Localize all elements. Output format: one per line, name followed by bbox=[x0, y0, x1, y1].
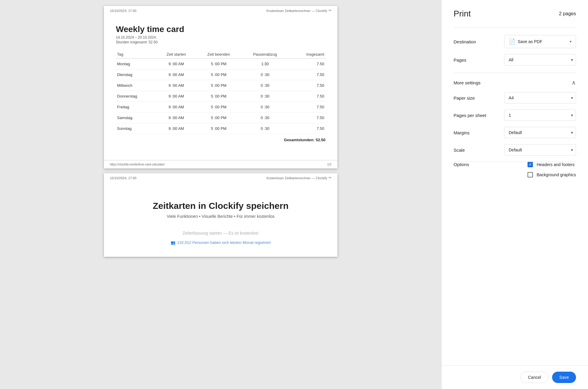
print-title: Print bbox=[454, 9, 471, 19]
col-tag: Tag bbox=[116, 50, 157, 59]
options-checkboxes: ✓ Headers and footers Background graphic… bbox=[528, 162, 576, 177]
preview-area: 15/10/2024, 17:00 Kostenloser Zeitkarten… bbox=[0, 0, 441, 389]
table-row: Dienstag 9 :00 AM 5 :00 PM 0 :30 7.50 bbox=[116, 69, 325, 80]
col-zeit-beenden: Zeit beenden bbox=[196, 50, 242, 59]
more-settings-label: More settings bbox=[454, 80, 481, 85]
row-start: 9 :00 AM bbox=[157, 123, 196, 134]
row-day: Donnerstag bbox=[116, 91, 157, 102]
row-day: Sonntag bbox=[116, 123, 157, 134]
row-start: 9 :00 AM bbox=[157, 91, 196, 102]
print-footer: Cancel Save bbox=[442, 365, 588, 389]
row-end: 5 :00 PM bbox=[196, 80, 242, 91]
save-button[interactable]: Save bbox=[552, 372, 576, 383]
print-panel-content: Print 2 pages Destination 📄 Save as PDF … bbox=[442, 0, 588, 365]
pages-row: Pages All Custom ▾ bbox=[454, 54, 576, 66]
more-settings-toggle[interactable]: More settings ∧ bbox=[454, 73, 576, 92]
destination-section: Destination 📄 Save as PDF ▾ Pages All Cu… bbox=[454, 28, 576, 73]
paper-size-label: Paper size bbox=[454, 95, 475, 101]
row-day: Mittwoch bbox=[116, 80, 157, 91]
row-day: Freitag bbox=[116, 102, 157, 113]
col-insgesamt: Insgesamt bbox=[289, 50, 325, 59]
print-panel: Print 2 pages Destination 📄 Save as PDF … bbox=[441, 0, 588, 389]
row-pause: 0 :30 bbox=[241, 80, 289, 91]
row-end: 5 :00 PM bbox=[196, 69, 242, 80]
page2-users: 👥 132,012 Personen haben sich letzten Mo… bbox=[116, 240, 325, 245]
page-1-preview: 15/10/2024, 17:00 Kostenloser Zeitkarten… bbox=[104, 6, 337, 168]
table-row: Samstag 9 :00 AM 5 :00 PM 0 :30 7.50 bbox=[116, 113, 325, 123]
options-row: Options ✓ Headers and footers Background… bbox=[454, 162, 576, 177]
background-graphics-label: Background graphics bbox=[537, 172, 576, 177]
margins-select[interactable]: Default None Minimum Custom bbox=[504, 127, 576, 138]
paper-size-select[interactable]: A4 Letter A3 bbox=[504, 92, 576, 104]
row-day: Samstag bbox=[116, 113, 157, 123]
cancel-button[interactable]: Cancel bbox=[520, 372, 548, 383]
print-header: Print 2 pages bbox=[454, 9, 576, 19]
destination-value: Save as PDF bbox=[518, 39, 567, 44]
options-label: Options bbox=[454, 162, 469, 167]
scale-select[interactable]: Default Custom Fit to page width bbox=[504, 144, 576, 156]
table-row: Montag 9 :00 AM 5 :00 PM 1:30 7.50 bbox=[116, 59, 325, 69]
margins-select-wrapper: Default None Minimum Custom ▾ bbox=[504, 127, 576, 138]
date-range: 14.10.2024 – 20.10.2024. bbox=[116, 35, 325, 39]
page1-header-title: Kostenloser Zeitkartenrechner — Clockify… bbox=[266, 9, 331, 13]
users-icon: 👥 bbox=[171, 240, 175, 245]
row-total: 7.50 bbox=[289, 123, 325, 134]
row-pause: 0 :30 bbox=[241, 123, 289, 134]
page2-header-bar: 15/10/2024, 17:00 Kostenloser Zeitkarten… bbox=[104, 173, 337, 183]
destination-select[interactable]: 📄 Save as PDF ▾ bbox=[504, 35, 576, 48]
row-total: 7.50 bbox=[289, 113, 325, 123]
col-zeit-starten: Zeit starten bbox=[157, 50, 196, 59]
headers-footers-option: ✓ Headers and footers bbox=[528, 162, 576, 167]
row-pause: 0 :30 bbox=[241, 69, 289, 80]
margins-row: Margins Default None Minimum Custom ▾ bbox=[454, 127, 576, 138]
checkmark-icon: ✓ bbox=[529, 162, 532, 167]
pages-per-sheet-row: Pages per sheet 1 2 4 ▾ bbox=[454, 110, 576, 121]
collapse-icon: ∧ bbox=[572, 79, 576, 86]
pages-per-sheet-label: Pages per sheet bbox=[454, 113, 486, 118]
scale-select-wrapper: Default Custom Fit to page width ▾ bbox=[504, 144, 576, 156]
page1-header-date: 15/10/2024, 17:00 bbox=[110, 9, 137, 13]
page1-footer-bar: https://clockify.me/de/time-card-calcula… bbox=[104, 160, 337, 168]
row-total: 7.50 bbox=[289, 80, 325, 91]
pages-select-wrapper: All Custom ▾ bbox=[504, 54, 576, 66]
row-day: Montag bbox=[116, 59, 157, 69]
pages-per-sheet-select[interactable]: 1 2 4 bbox=[504, 110, 576, 121]
row-end: 5 :00 PM bbox=[196, 113, 242, 123]
weekly-time-card-title: Weekly time card bbox=[116, 25, 325, 34]
row-day: Dienstag bbox=[116, 69, 157, 80]
background-graphics-checkbox[interactable] bbox=[528, 172, 533, 177]
row-end: 5 :00 PM bbox=[196, 91, 242, 102]
page1-footer-url: https://clockify.me/de/time-card-calcula… bbox=[110, 163, 165, 166]
row-end: 5 :00 PM bbox=[196, 123, 242, 134]
options-section: Options ✓ Headers and footers Background… bbox=[454, 162, 576, 183]
row-pause: 0 :30 bbox=[241, 113, 289, 123]
paper-size-row: Paper size A4 Letter A3 ▾ bbox=[454, 92, 576, 104]
row-total: 7.50 bbox=[289, 91, 325, 102]
row-total: 7.50 bbox=[289, 102, 325, 113]
page2-content: Zeitkarten in Clockify speichern Viele F… bbox=[104, 183, 337, 257]
scale-row: Scale Default Custom Fit to page width ▾ bbox=[454, 144, 576, 156]
headers-footers-checkbox[interactable]: ✓ bbox=[528, 162, 533, 167]
page1-footer-page: 1/2 bbox=[327, 163, 331, 166]
col-pausenabzug: Pausenabzug bbox=[241, 50, 289, 59]
pages-select[interactable]: All Custom bbox=[504, 54, 576, 66]
time-table: Tag Zeit starten Zeit beenden Pausenabzu… bbox=[116, 50, 325, 134]
row-start: 9 :00 AM bbox=[157, 59, 196, 69]
row-start: 9 :00 AM bbox=[157, 69, 196, 80]
page2-header-date: 15/10/2024, 17:00 bbox=[110, 176, 137, 180]
row-total: 7.50 bbox=[289, 69, 325, 80]
row-end: 5 :00 PM bbox=[196, 102, 242, 113]
table-row: Donnerstag 9 :00 AM 5 :00 PM 0 :30 7.50 bbox=[116, 91, 325, 102]
print-pages-count: 2 pages bbox=[559, 11, 576, 16]
page2-header-title: Kostenloser Zeitkartenrechner — Clockify… bbox=[266, 176, 331, 180]
paper-size-select-wrapper: A4 Letter A3 ▾ bbox=[504, 92, 576, 104]
scale-label: Scale bbox=[454, 148, 465, 153]
grand-total: Gesamtstunden: 52.50 bbox=[116, 134, 325, 142]
table-row: Freitag 9 :00 AM 5 :00 PM 0 :30 7.50 bbox=[116, 102, 325, 113]
page2-title: Zeitkarten in Clockify speichern bbox=[116, 201, 325, 211]
row-total: 7.50 bbox=[289, 59, 325, 69]
background-graphics-option: Background graphics bbox=[528, 172, 576, 177]
destination-label: Destination bbox=[454, 39, 476, 44]
row-pause: 1:30 bbox=[241, 59, 289, 69]
destination-row: Destination 📄 Save as PDF ▾ bbox=[454, 35, 576, 48]
